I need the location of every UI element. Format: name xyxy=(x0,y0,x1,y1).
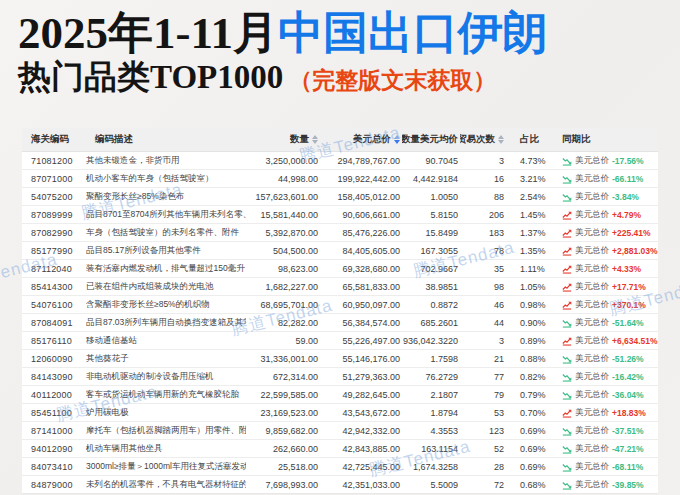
cell-description: 其他葵花子 xyxy=(86,353,246,365)
cell-usd-total: 42,942,332.00 xyxy=(320,426,402,436)
yoy-metric-label: 美元总价 xyxy=(575,299,609,311)
cell-avg-price: 0.8872 xyxy=(402,300,460,310)
cell-avg-price: 5.5009 xyxy=(402,480,460,490)
column-label: 编码描述 xyxy=(95,133,133,146)
table-row: 94012090机动车辆用其他坐具262,660.0042,843,885.00… xyxy=(22,440,658,458)
cell-share: 1.45% xyxy=(506,210,552,220)
cell-share: 0.69% xyxy=(506,426,552,436)
cell-usd-total: 42,843,885.00 xyxy=(320,444,402,454)
export-category-table: 海关编码编码描述数量美元总价数量美元均价贸易次数占比同期比 71081200其他… xyxy=(22,128,658,494)
yoy-metric-label: 美元总价 xyxy=(575,371,609,383)
cell-description: 摩托车（包括机器脚踏两用车）用零件、附件 xyxy=(86,425,246,437)
cell-hs-code: 85176110 xyxy=(22,336,86,346)
column-header-desc: 编码描述 xyxy=(86,133,246,146)
yoy-percent: -68.11% xyxy=(612,462,643,472)
trend-down-icon xyxy=(562,480,572,490)
trend-up-icon xyxy=(562,246,572,256)
cell-description: 移动通信基站 xyxy=(86,335,246,347)
column-header-usd[interactable]: 美元总价 xyxy=(320,133,402,146)
cell-description: 3000ml≥排量＞1000ml车用往复式活塞发动机 xyxy=(86,461,246,473)
cell-usd-total: 51,279,363.00 xyxy=(320,372,402,382)
trend-down-icon xyxy=(562,462,572,472)
cell-yoy: 美元总价-17.56% xyxy=(552,155,658,167)
yoy-metric-label: 美元总价 xyxy=(575,461,609,473)
column-label: 海关编码 xyxy=(31,133,69,146)
yoy-metric-label: 美元总价 xyxy=(575,263,609,275)
table-row: 87082990车身（包括驾驶室）的未列名零件、附件5,392,870.0085… xyxy=(22,224,658,242)
trend-down-icon xyxy=(562,444,572,454)
yoy-metric-label: 美元总价 xyxy=(575,227,609,239)
trend-down-icon xyxy=(562,318,572,328)
cell-share: 3.21% xyxy=(506,174,552,184)
cell-description: 未列名的机器零件，不具有电气器材特征的 xyxy=(86,479,246,491)
table-row: 87112040装有活塞内燃发动机，排气量超过150毫升，但不超...98,62… xyxy=(22,260,658,278)
yoy-metric-label: 美元总价 xyxy=(575,191,609,203)
table-row: 87141000摩托车（包括机器脚踏两用车）用零件、附件9,859,682.00… xyxy=(22,422,658,440)
cell-hs-code: 71081200 xyxy=(22,156,86,166)
cell-description: 已装在组件内或组装成块的光电池 xyxy=(86,281,246,293)
cell-description: 品目87.03所列车辆用自动换挡变速箱及其零件 xyxy=(86,317,246,329)
yoy-percent: -39.85% xyxy=(612,480,644,490)
cell-usd-total: 65,581,833.00 xyxy=(320,282,402,292)
table-row: 84143090非电动机驱动的制冷设备用压缩机672,314.0051,279,… xyxy=(22,368,658,386)
yoy-metric-label: 美元总价 xyxy=(575,389,609,401)
cell-avg-price: 15.8499 xyxy=(402,228,460,238)
cell-avg-price: 1,674.3258 xyxy=(402,462,460,472)
cell-usd-total: 69,328,680.00 xyxy=(320,264,402,274)
cell-share: 0.69% xyxy=(506,462,552,472)
cell-trade-count: 21 xyxy=(460,354,506,364)
cell-description: 非电动机驱动的制冷设备用压缩机 xyxy=(86,371,246,383)
sort-icon[interactable] xyxy=(312,135,318,144)
yoy-percent: +4.33% xyxy=(612,264,641,274)
table-row: 87071000机动小客车的车身（包括驾驶室）44,998.00199,922,… xyxy=(22,170,658,188)
yoy-percent: +6,634.51% xyxy=(612,336,658,346)
cell-trade-count: 35 xyxy=(460,264,506,274)
cell-quantity: 98,623.00 xyxy=(246,264,320,274)
cell-quantity: 44,998.00 xyxy=(246,174,320,184)
yoy-metric-label: 美元总价 xyxy=(575,479,609,491)
cell-trade-count: 77 xyxy=(460,372,506,382)
sort-icon[interactable] xyxy=(394,135,400,144)
yoy-metric-label: 美元总价 xyxy=(575,155,609,167)
cell-usd-total: 55,226,497.00 xyxy=(320,336,402,346)
cell-yoy: 美元总价-16.42% xyxy=(552,371,658,383)
cell-yoy: 美元总价+18.83% xyxy=(552,407,658,419)
yoy-metric-label: 美元总价 xyxy=(575,209,609,221)
column-label: 同期比 xyxy=(562,133,591,146)
cell-trade-count: 123 xyxy=(460,426,506,436)
column-header-trades[interactable]: 贸易次数 xyxy=(460,133,506,146)
title-top1000: 热门品类TOP1000 xyxy=(18,59,283,95)
title-period: 2025年1-11月 xyxy=(18,8,278,58)
yoy-percent: -66.11% xyxy=(612,174,643,184)
cell-avg-price: 1.8794 xyxy=(402,408,460,418)
cell-hs-code: 85414300 xyxy=(22,282,86,292)
cell-avg-price: 90.7045 xyxy=(402,156,460,166)
sort-icon[interactable] xyxy=(498,135,504,144)
column-label: 贸易次数 xyxy=(460,133,495,146)
cell-description: 客车或货运机动车辆用新的充气橡胶轮胎 xyxy=(86,389,246,401)
cell-share: 0.79% xyxy=(506,390,552,400)
yoy-percent: -51.26% xyxy=(612,354,644,364)
cell-description: 机动小客车的车身（包括驾驶室） xyxy=(86,173,246,185)
cell-yoy: 美元总价+370.1% xyxy=(552,299,658,311)
cell-quantity: 504,500.00 xyxy=(246,246,320,256)
trend-up-icon xyxy=(562,282,572,292)
cell-quantity: 31,336,001.00 xyxy=(246,354,320,364)
header: 2025年1-11月中国出口伊朗 热门品类TOP1000（完整版文末获取） xyxy=(0,0,680,97)
yoy-percent: -36.04% xyxy=(612,390,644,400)
cell-hs-code: 84879000 xyxy=(22,480,86,490)
cell-yoy: 美元总价+4.79% xyxy=(552,209,658,221)
column-label: 占比 xyxy=(520,133,539,146)
cell-usd-total: 85,476,226.00 xyxy=(320,228,402,238)
cell-hs-code: 84143090 xyxy=(22,372,86,382)
yoy-percent: +18.83% xyxy=(612,408,646,418)
cell-yoy: 美元总价+2,881.03% xyxy=(552,245,658,257)
column-header-qty[interactable]: 数量 xyxy=(246,133,320,146)
table-body: 71081200其他未锻造金，非货币用3,250,000.00294,789,7… xyxy=(22,152,658,494)
cell-share: 0.98% xyxy=(506,300,552,310)
cell-avg-price: 38.9851 xyxy=(402,282,460,292)
cell-yoy: 美元总价+225.41% xyxy=(552,227,658,239)
cell-avg-price: 685.2601 xyxy=(402,318,460,328)
yoy-percent: -47.21% xyxy=(612,444,644,454)
trend-down-icon xyxy=(562,354,572,364)
